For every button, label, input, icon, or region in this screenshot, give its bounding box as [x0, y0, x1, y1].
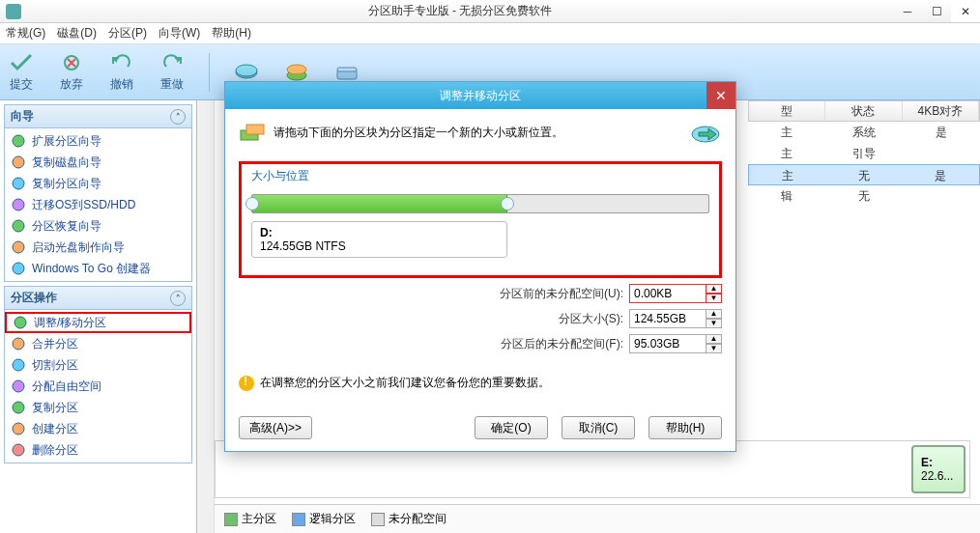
sidebar-wizard-item[interactable]: 扩展分区向导 — [5, 130, 191, 152]
spinner-partition-size[interactable]: ▲▼ — [629, 309, 722, 328]
col-status[interactable]: 状态 — [825, 101, 902, 121]
sidebar-wizard-item[interactable]: 复制磁盘向导 — [5, 152, 191, 173]
table-row[interactable]: 主无是 — [748, 164, 980, 185]
help-button[interactable]: 帮助(H) — [649, 416, 722, 439]
spinner-space-before[interactable]: ▲▼ — [629, 284, 722, 303]
wizard-panel-header[interactable]: 向导 ˄ — [5, 105, 191, 128]
table-row[interactable]: 主引导 — [748, 143, 980, 164]
undo-button[interactable]: 撤销 — [108, 51, 135, 93]
menu-partition[interactable]: 分区(P) — [108, 25, 147, 42]
window-minimize-button[interactable]: ─ — [893, 1, 922, 22]
sidebar-ops-item[interactable]: 合并分区 — [5, 333, 191, 354]
wizard-panel: 向导 ˄ 扩展分区向导复制磁盘向导复制分区向导迁移OS到SSD/HDD分区恢复向… — [4, 104, 192, 282]
spin-up-icon[interactable]: ▲ — [706, 309, 722, 319]
col-4kb[interactable]: 4KB对齐 — [903, 101, 979, 121]
sidebar-scrollbar[interactable] — [197, 100, 215, 533]
menu-help[interactable]: 帮助(H) — [212, 25, 251, 42]
wizard-item-icon — [13, 315, 28, 330]
window-titlebar: 分区助手专业版 - 无损分区免费软件 ─ ☐ ✕ — [0, 0, 980, 23]
sidebar-item-label: 创建分区 — [32, 421, 78, 437]
toolbar-disk-icon-2[interactable] — [283, 61, 310, 84]
window-maximize-button[interactable]: ☐ — [922, 1, 951, 22]
commit-button[interactable]: 提交 — [8, 51, 35, 93]
sidebar-ops-item[interactable]: 复制分区 — [5, 397, 191, 418]
wizard-item-icon — [11, 442, 26, 458]
input-partition-size[interactable] — [629, 309, 706, 328]
sidebar-wizard-item[interactable]: Windows To Go 创建器 — [5, 258, 191, 279]
svg-point-2 — [236, 65, 257, 76]
sidebar-ops-item[interactable]: 切割分区 — [5, 354, 191, 376]
input-space-after[interactable] — [629, 334, 706, 353]
sidebar-item-label: 切割分区 — [32, 357, 78, 374]
label-space-after: 分区后的未分配空间(F): — [501, 336, 623, 352]
cell-status: 无 — [825, 185, 903, 207]
resize-move-dialog: 调整并移动分区 ✕ 请拖动下面的分区块为分区指定一个新的大小或新位置。 大小与位… — [224, 81, 736, 452]
col-type[interactable]: 型 — [749, 101, 825, 121]
partition-move-icon — [239, 121, 266, 144]
sidebar-item-label: 合并分区 — [32, 336, 78, 352]
wizard-item-icon — [11, 357, 26, 373]
spin-down-icon[interactable]: ▼ — [706, 344, 722, 353]
sidebar-wizard-item[interactable]: 分区恢复向导 — [5, 215, 191, 237]
ops-panel-header[interactable]: 分区操作 ˄ — [5, 287, 191, 310]
sidebar-wizard-item[interactable]: 迁移OS到SSD/HDD — [5, 194, 191, 215]
partition-bar-main[interactable] — [219, 445, 906, 493]
partition-block-e[interactable]: E: 22.6... — [911, 445, 966, 493]
chevron-up-icon[interactable]: ˄ — [170, 109, 186, 125]
dialog-close-button[interactable]: ✕ — [706, 82, 735, 109]
chevron-up-icon[interactable]: ˄ — [170, 291, 186, 306]
ok-button[interactable]: 确定(O) — [475, 416, 548, 439]
sidebar-item-label: 迁移OS到SSD/HDD — [32, 197, 135, 213]
spin-up-icon[interactable]: ▲ — [706, 334, 722, 344]
toolbar-disk-icon-1[interactable] — [233, 61, 260, 84]
menu-wizard[interactable]: 向导(W) — [159, 25, 200, 42]
sidebar-ops-item[interactable]: 分配自由空间 — [5, 376, 191, 397]
svg-point-12 — [13, 241, 24, 253]
slider-handle-left[interactable] — [245, 197, 259, 210]
advanced-button[interactable]: 高级(A)>> — [239, 416, 312, 439]
label-partition-size: 分区大小(S): — [559, 311, 623, 327]
dialog-titlebar[interactable]: 调整并移动分区 ✕ — [225, 82, 735, 109]
spin-down-icon[interactable]: ▼ — [706, 294, 722, 303]
discard-button[interactable]: 放弃 — [58, 51, 85, 93]
svg-point-14 — [14, 317, 26, 328]
sidebar-ops-item[interactable]: 创建分区 — [5, 418, 191, 439]
slider-handle-right[interactable] — [501, 197, 514, 210]
cell-4kb: 是 — [903, 165, 979, 184]
table-row[interactable]: 主系统是 — [748, 122, 980, 143]
menu-general[interactable]: 常规(G) — [6, 25, 45, 42]
toolbar-drive-icon[interactable] — [333, 61, 360, 84]
spinner-space-after[interactable]: ▲▼ — [629, 334, 722, 353]
cell-type: 主 — [749, 165, 825, 184]
window-close-button[interactable]: ✕ — [951, 1, 980, 22]
partition-slider[interactable] — [251, 194, 709, 213]
sidebar-wizard-item[interactable]: 启动光盘制作向导 — [5, 237, 191, 258]
sidebar-item-label: 调整/移动分区 — [34, 315, 106, 331]
commit-label: 提交 — [10, 76, 33, 93]
spin-up-icon[interactable]: ▲ — [706, 284, 722, 294]
sidebar-ops-item[interactable]: 删除分区 — [5, 439, 191, 461]
refresh-x-icon — [58, 51, 85, 74]
menu-bar: 常规(G) 磁盘(D) 分区(P) 向导(W) 帮助(H) — [0, 23, 980, 44]
menu-disk[interactable]: 磁盘(D) — [57, 25, 97, 42]
sidebar-wizard-item[interactable]: 复制分区向导 — [5, 173, 191, 194]
warning-icon — [239, 376, 254, 391]
input-space-before[interactable] — [629, 284, 706, 303]
ops-panel-title: 分区操作 — [11, 290, 57, 306]
cell-status: 无 — [825, 165, 902, 184]
cell-type: 主 — [748, 143, 825, 164]
redo-button[interactable]: 重做 — [159, 51, 186, 93]
cell-4kb — [903, 143, 980, 164]
svg-point-13 — [13, 263, 24, 274]
svg-point-15 — [13, 338, 24, 350]
legend-primary-label: 主分区 — [242, 511, 276, 527]
slider-fill — [252, 195, 507, 212]
sidebar-ops-item[interactable]: 调整/移动分区 — [5, 312, 191, 333]
spin-down-icon[interactable]: ▼ — [706, 319, 722, 328]
dialog-title: 调整并移动分区 — [440, 88, 521, 104]
redo-label: 重做 — [160, 76, 184, 93]
drive-info-box: D: 124.55GB NTFS — [251, 221, 507, 258]
wizard-item-icon — [11, 239, 26, 255]
cancel-button[interactable]: 取消(C) — [562, 416, 635, 439]
table-row[interactable]: 辑无 — [748, 185, 980, 207]
